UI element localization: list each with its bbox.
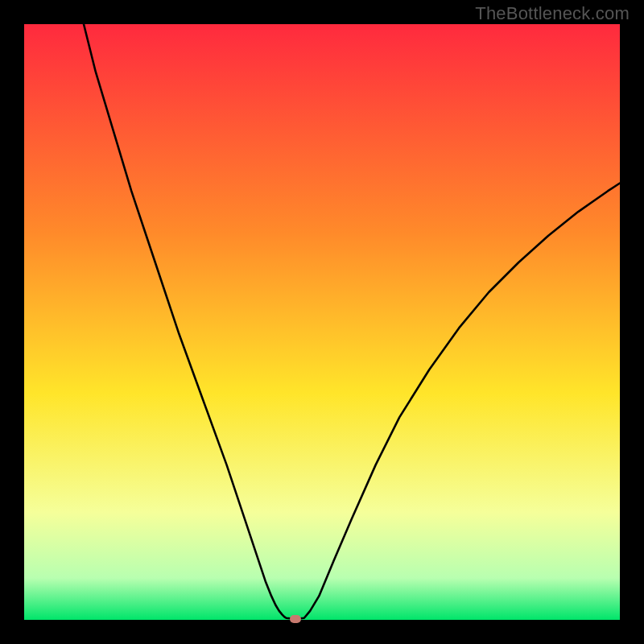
plot-area <box>24 24 620 620</box>
curve-layer <box>24 24 620 620</box>
bottleneck-curve <box>84 24 620 619</box>
watermark-text: TheBottleneck.com <box>475 3 630 24</box>
optimal-point-marker <box>290 615 301 623</box>
plot-frame <box>24 24 620 620</box>
